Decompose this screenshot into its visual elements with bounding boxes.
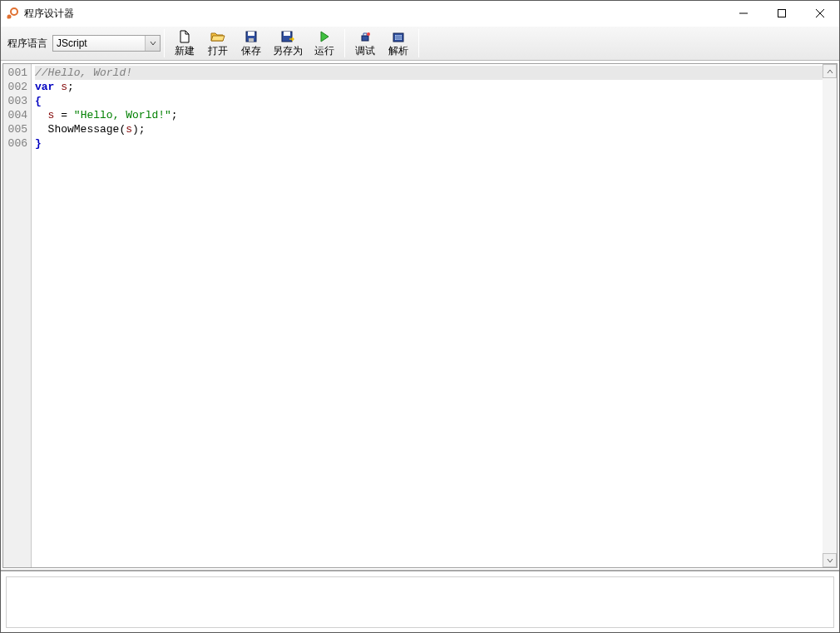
open-button[interactable]: 打开 — [201, 28, 235, 58]
status-box — [6, 576, 834, 628]
language-select-value: JScript — [57, 37, 87, 49]
line-number-gutter: 001 002 003 004 005 006 — [3, 64, 32, 567]
run-button[interactable]: 运行 — [308, 28, 341, 58]
svg-point-9 — [367, 32, 370, 36]
app-icon — [6, 7, 19, 20]
open-label: 打开 — [208, 45, 228, 57]
play-icon — [317, 30, 332, 43]
chevron-down-icon — [145, 36, 160, 51]
debug-button[interactable]: 调试 — [348, 28, 382, 58]
debug-label: 调试 — [355, 45, 375, 57]
floppy-save-icon — [244, 30, 259, 43]
close-button[interactable] — [801, 1, 839, 26]
window-title: 程序设计器 — [24, 7, 74, 21]
title-bar: 程序设计器 — [1, 1, 839, 26]
new-button[interactable]: 新建 — [168, 28, 201, 58]
save-button[interactable]: 保存 — [235, 28, 268, 58]
code-area[interactable]: //Hello, World!var s;{ s = "Hello, World… — [32, 64, 837, 567]
toolbar: 程序语言 JScript 新建 打开 保存 — [1, 26, 839, 61]
save-label: 保存 — [241, 45, 261, 57]
code-editor[interactable]: 001 002 003 004 005 006 //Hello, World!v… — [2, 63, 838, 568]
language-select[interactable]: JScript — [52, 35, 161, 52]
editor-wrap: 001 002 003 004 005 006 //Hello, World!v… — [1, 61, 839, 570]
window-controls — [724, 1, 839, 26]
separator — [418, 29, 419, 57]
language-label: 程序语言 — [7, 37, 47, 51]
parse-button[interactable]: 解析 — [382, 28, 415, 58]
window: 程序设计器 程序语言 JScript 新建 — [0, 0, 840, 633]
file-new-icon — [177, 30, 192, 43]
parse-label: 解析 — [388, 45, 408, 57]
svg-rect-2 — [778, 10, 786, 17]
status-bar — [1, 570, 839, 632]
run-label: 运行 — [314, 45, 334, 57]
maximize-button[interactable] — [763, 1, 801, 26]
debug-icon — [358, 30, 373, 43]
scroll-down-button[interactable] — [823, 553, 837, 567]
separator — [164, 29, 165, 57]
new-label: 新建 — [175, 45, 195, 57]
floppy-saveas-icon — [280, 30, 295, 43]
svg-rect-8 — [362, 36, 368, 41]
svg-point-1 — [7, 15, 12, 19]
parse-icon — [391, 30, 406, 43]
folder-open-icon — [210, 30, 225, 43]
saveas-button[interactable]: 另存为 — [268, 28, 308, 58]
minimize-button[interactable] — [724, 1, 763, 26]
svg-rect-7 — [284, 32, 290, 36]
separator — [344, 29, 345, 57]
svg-rect-5 — [249, 38, 254, 42]
scrollbar-track[interactable] — [823, 78, 837, 553]
svg-point-0 — [11, 8, 17, 15]
svg-rect-4 — [248, 32, 254, 36]
saveas-label: 另存为 — [273, 45, 303, 57]
scroll-up-button[interactable] — [823, 64, 837, 78]
